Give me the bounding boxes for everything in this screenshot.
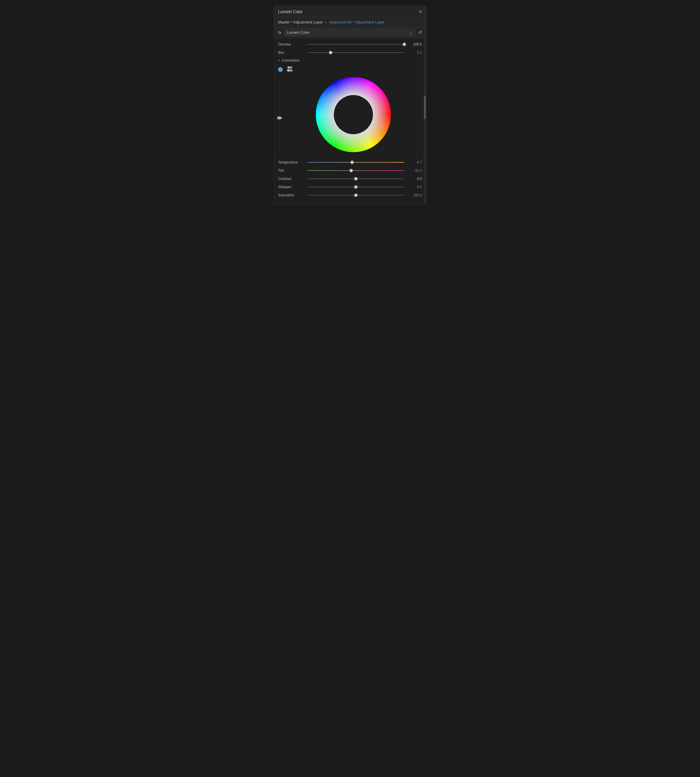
lumetri-color-panel: Lumetri Color ≡ Master * Adjustment Laye… (274, 6, 426, 205)
temperature-track (307, 162, 404, 163)
correction-title: Correction (282, 58, 300, 63)
scrollbar[interactable] (424, 6, 426, 204)
panel-menu-icon[interactable]: ≡ (419, 9, 422, 14)
saturation-track (307, 195, 404, 195)
denoise-slider-track[interactable] (307, 42, 404, 47)
saturation-row: Saturation 100.0 (278, 193, 422, 198)
fx-label: fx (278, 30, 281, 35)
contrast-value: 0.0 (407, 177, 422, 181)
scrollbar-thumb[interactable] (424, 96, 426, 119)
tint-thumb[interactable] (349, 169, 353, 172)
effect-dropdown[interactable]: Lumetri Color ⌄ (284, 29, 415, 36)
color-wheel-canvas[interactable] (315, 77, 392, 153)
vertical-slider-thumb[interactable] (277, 116, 282, 120)
denoise-thumb[interactable] (403, 43, 406, 46)
contrast-row: Contrast 0.0 (278, 176, 422, 181)
blur-label: Blur (278, 50, 305, 55)
blue-dot-icon[interactable] (278, 67, 283, 72)
temperature-thumb[interactable] (350, 161, 354, 164)
panel-title: Lumetri Color (278, 9, 303, 14)
saturation-thumb[interactable] (354, 193, 358, 197)
tint-label: Tint (278, 168, 305, 173)
effect-name: Lumetri Color (287, 30, 310, 35)
fx-reset-button[interactable]: ↺ (418, 30, 422, 35)
contrast-track (307, 178, 404, 179)
sequence-layer-label[interactable]: Sequence 04 * Adjustment Layer (329, 20, 384, 24)
sharpen-track (307, 187, 404, 187)
temperature-label: Temperature (278, 160, 305, 165)
correction-arrow: ∨ (278, 59, 280, 62)
color-wheel-area (278, 77, 422, 156)
tint-row: Tint -10.2 (278, 168, 422, 173)
panel-header: Lumetri Color ≡ (274, 6, 426, 18)
panel-content: Denoise 100.0 Blur 3.1 ∨ Correction (274, 38, 426, 204)
contrast-label: Contrast (278, 177, 305, 181)
tint-slider-track[interactable] (307, 168, 404, 173)
saturation-slider-track[interactable] (307, 193, 404, 198)
color-wheel-container (285, 77, 422, 153)
blur-row: Blur 3.1 (278, 50, 422, 55)
sharpen-thumb[interactable] (354, 185, 358, 189)
svg-point-0 (287, 67, 290, 69)
contrast-slider-track[interactable] (307, 176, 404, 181)
blur-slider-track[interactable] (307, 50, 404, 55)
blur-thumb[interactable] (329, 51, 332, 54)
svg-point-2 (290, 67, 292, 69)
correction-section-header[interactable]: ∨ Correction (278, 58, 422, 63)
tint-track (307, 170, 404, 171)
denoise-row: Denoise 100.0 (278, 42, 422, 47)
denoise-value: 100.0 (407, 42, 422, 47)
temperature-row: Temperature -6.7 (278, 160, 422, 165)
blur-track (307, 52, 404, 53)
sharpen-row: Sharpen 0.0 (278, 184, 422, 190)
correction-icons-row (278, 65, 422, 73)
tint-value: -10.2 (407, 168, 422, 173)
svg-point-3 (289, 69, 293, 72)
saturation-value: 100.0 (407, 193, 422, 197)
temperature-slider-track[interactable] (307, 160, 404, 165)
fx-dropdown-arrow: ⌄ (409, 30, 413, 35)
vertical-slider[interactable] (278, 79, 282, 156)
sharpen-slider-track[interactable] (307, 184, 404, 190)
person-icon[interactable] (286, 65, 293, 73)
layer-row: Master * Adjustment Layer ⌄ Sequence 04 … (274, 18, 426, 27)
temperature-value: -6.7 (407, 160, 422, 165)
master-layer-label: Master * Adjustment Layer (278, 20, 323, 24)
contrast-thumb[interactable] (354, 177, 358, 181)
sharpen-label: Sharpen (278, 185, 305, 189)
fx-row: fx Lumetri Color ⌄ ↺ (274, 27, 426, 38)
layer-dropdown-arrow[interactable]: ⌄ (325, 20, 327, 24)
denoise-label: Denoise (278, 42, 305, 47)
saturation-label: Saturation (278, 193, 305, 197)
blur-value: 3.1 (407, 50, 422, 55)
sharpen-value: 0.0 (407, 185, 422, 189)
denoise-track (307, 44, 404, 45)
